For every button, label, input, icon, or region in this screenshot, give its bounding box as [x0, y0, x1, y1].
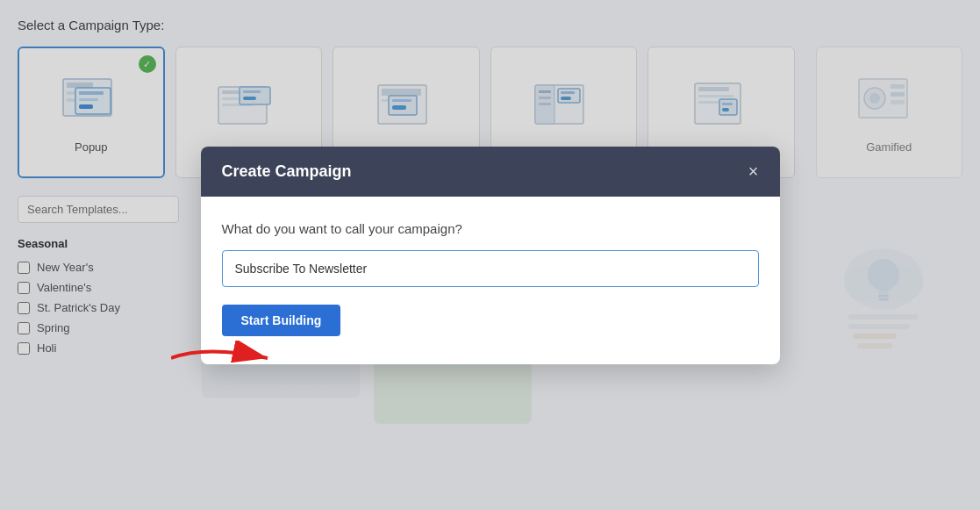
start-building-button[interactable]: Start Building [222, 305, 341, 336]
modal-header: Create Campaign × [201, 147, 780, 197]
create-campaign-modal: Create Campaign × What do you want to ca… [201, 147, 780, 364]
campaign-name-input[interactable] [222, 250, 759, 287]
modal-body: What do you want to call your campaign? … [201, 197, 780, 364]
modal-overlay: Create Campaign × What do you want to ca… [0, 0, 980, 510]
modal-title: Create Campaign [222, 162, 352, 181]
modal-close-button[interactable]: × [748, 162, 759, 180]
modal-question: What do you want to call your campaign? [222, 221, 759, 236]
page-background: Select a Campaign Type: ✓ Popup [0, 0, 980, 510]
